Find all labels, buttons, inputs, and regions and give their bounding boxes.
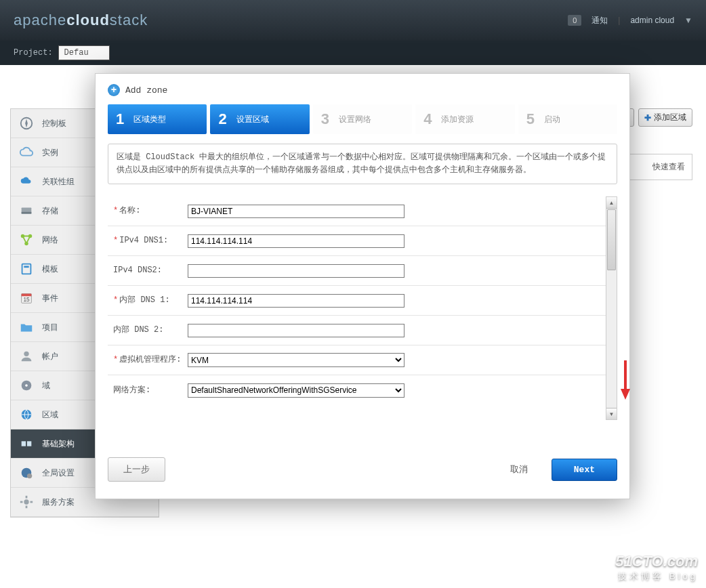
add-zone-label: 添加区域 [654, 112, 686, 123]
sidebar-item-label: 帐户 [42, 351, 58, 362]
gear-icon [19, 495, 34, 509]
folder-icon [19, 320, 34, 335]
infrastructure-icon [19, 436, 34, 451]
svg-rect-7 [24, 266, 28, 268]
notification-badge[interactable]: 0 [568, 15, 581, 26]
next-button[interactable]: Next [552, 459, 617, 481]
compass-icon [19, 116, 34, 131]
label-internal-dns1: *内部 DNS 1: [108, 295, 188, 306]
label-network-offering: 网络方案: [108, 385, 188, 396]
svg-point-18 [27, 474, 32, 478]
logo-apache: apache [14, 12, 66, 28]
step-add-resources: 4添加资源 [415, 104, 514, 134]
label-name: *名称: [108, 206, 188, 217]
step-setup-network: 3设置网络 [313, 104, 412, 134]
label-hypervisor: *虚拟机管理程序: [108, 355, 188, 366]
sidebar-item-label: 域 [42, 380, 50, 392]
sidebar-item-label: 项目 [42, 322, 58, 333]
input-internal-dns1[interactable] [188, 294, 404, 308]
watermark-line2: 技术博客 Blog [615, 570, 698, 583]
sidebar-item-label: 实例 [42, 147, 58, 159]
sidebar-item-label: 基础架构 [42, 438, 75, 450]
svg-rect-15 [22, 441, 26, 446]
prev-button[interactable]: 上一步 [108, 457, 165, 482]
globe-gear-icon [19, 465, 34, 480]
project-select[interactable]: Defau [58, 45, 110, 60]
cloud-icon [19, 145, 34, 160]
watermark-line1: 51CTO.com [615, 553, 698, 570]
svg-rect-6 [22, 264, 31, 274]
input-dns2[interactable] [188, 264, 404, 278]
field-network-offering: 网络方案: DefaultSharedNetworkOfferingWithSG… [108, 375, 606, 405]
wizard-steps: 1区域类型 2设置区域 3设置网络 4添加资源 5启动 [108, 104, 617, 134]
add-zone-modal: + Add zone 1区域类型 2设置区域 3设置网络 4添加资源 5启动 区… [95, 73, 630, 499]
disc-icon [19, 378, 34, 393]
logo: apachecloudstack [14, 12, 148, 29]
quick-view-label[interactable]: 快速查看 [652, 162, 685, 171]
notification-label[interactable]: 通知 [591, 15, 608, 26]
logo-stack: stack [110, 12, 148, 28]
label-internal-dns2: 内部 DNS 2: [108, 325, 188, 336]
form-body: *名称: *IPv4 DNS1: IPv4 DNS2: *内部 DNS 1: 内… [108, 196, 606, 420]
sidebar-item-label: 事件 [42, 293, 58, 304]
sidebar-item-label: 服务方案 [42, 497, 75, 508]
globe-icon [19, 407, 34, 422]
network-icon [19, 232, 34, 247]
svg-rect-2 [22, 212, 32, 214]
field-internal-dns2: 内部 DNS 2: [108, 316, 606, 345]
modal-title: Add zone [125, 85, 167, 96]
scroll-up-button[interactable]: ▲ [606, 197, 617, 209]
step-zone-type[interactable]: 1区域类型 [108, 104, 207, 134]
user-icon [19, 349, 34, 364]
logo-cloud: cloud [66, 12, 110, 28]
select-hypervisor[interactable]: KVM [188, 353, 404, 367]
sidebar-item-label: 关联性组 [42, 176, 75, 188]
modal-footer: 上一步 取消 Next [108, 457, 617, 482]
scroll-thumb[interactable] [607, 209, 616, 270]
modal-title-row: + Add zone [108, 84, 617, 96]
label-dns2: IPv4 DNS2: [108, 266, 188, 276]
sidebar-item-label: 区域 [42, 409, 58, 421]
select-network-offering[interactable]: DefaultSharedNetworkOfferingWithSGServic… [188, 383, 404, 398]
sidebar-item-label: 控制板 [42, 118, 66, 129]
divider: | [618, 16, 620, 25]
project-bar: Project: Defau [0, 41, 706, 65]
input-internal-dns2[interactable] [188, 324, 404, 337]
sidebar-item-label: 网络 [42, 234, 58, 246]
chevron-down-icon[interactable]: ▼ [684, 16, 692, 25]
calendar-icon: 15 [19, 291, 34, 306]
label-dns1: *IPv4 DNS1: [108, 236, 188, 247]
sidebar-item-label: 存储 [42, 205, 58, 217]
svg-marker-27 [621, 389, 630, 400]
scroll-down-button[interactable]: ▼ [606, 408, 617, 419]
form-scroll: *名称: *IPv4 DNS1: IPv4 DNS2: *内部 DNS 1: 内… [108, 196, 617, 420]
scrollbar[interactable]: ▲ ▼ [606, 196, 617, 420]
footer-right: 取消 Next [510, 459, 617, 481]
field-internal-dns1: *内部 DNS 1: [108, 286, 606, 316]
app-header: apachecloudstack 0 通知 | admin cloud ▼ [0, 0, 706, 41]
zone-description: 区域是 CloudStack 中最大的组织单位，一个区域通常与一个数据中心相对应… [108, 144, 617, 184]
sidebar-item-label: 模板 [42, 264, 58, 275]
svg-point-13 [25, 384, 28, 387]
disk-icon [19, 203, 34, 218]
watermark: 51CTO.com 技术博客 Blog [615, 553, 698, 583]
cancel-button[interactable]: 取消 [510, 463, 528, 476]
sidebar-item-label: 全局设置 [42, 467, 75, 479]
project-label: Project: [14, 48, 53, 58]
field-hypervisor: *虚拟机管理程序: KVM [108, 345, 606, 375]
input-name[interactable] [188, 205, 404, 218]
field-dns1: *IPv4 DNS1: [108, 226, 606, 256]
user-menu[interactable]: admin cloud [630, 16, 674, 25]
field-dns2: IPv4 DNS2: [108, 256, 606, 286]
svg-point-19 [24, 499, 28, 504]
svg-rect-16 [27, 441, 31, 446]
annotation-arrow-icon [619, 360, 632, 401]
svg-text:15: 15 [23, 297, 30, 303]
template-icon [19, 261, 34, 276]
add-zone-button[interactable]: ✚添加区域 [638, 108, 692, 127]
header-right: 0 通知 | admin cloud ▼ [568, 15, 692, 26]
svg-point-11 [24, 352, 28, 356]
step-setup-zone[interactable]: 2设置区域 [210, 104, 309, 134]
input-dns1[interactable] [188, 234, 404, 248]
plus-circle-icon: + [108, 84, 120, 96]
